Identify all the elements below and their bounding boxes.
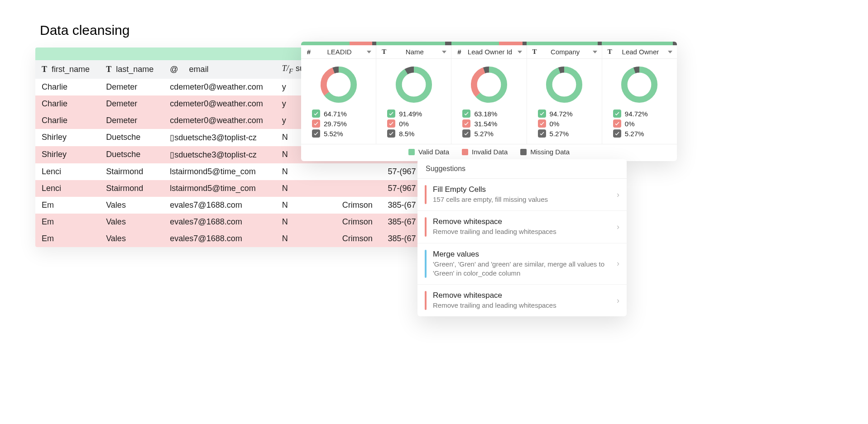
table-cell: N [276,180,336,197]
table-cell: Charlie [35,95,100,112]
table-cell: Em [35,230,100,247]
table-cell: Shirley [35,146,100,163]
table-row[interactable]: EmValesevales7@1688.comNCrimson385-(67 [35,197,425,214]
quality-donut-icon [394,65,433,104]
column-dropdown-icon[interactable] [442,51,446,53]
missing-percent: 5.27% [474,130,494,138]
table-cell: N [276,197,336,214]
valid-chip-icon [613,110,621,118]
quality-donut-icon [319,65,358,104]
table-cell: Stairmond [100,163,163,180]
stats-column-name: LEADID [317,48,362,56]
chevron-right-icon: › [617,222,619,232]
table-cell: evales7@1688.com [163,197,276,214]
column-header[interactable]: @email [163,60,276,79]
svg-point-17 [624,70,654,100]
suggestion-item[interactable]: Merge values'Green', 'Gren' and 'green' … [417,243,627,285]
suggestion-title: Merge values [433,250,610,259]
quality-donut-icon [545,65,584,104]
valid-chip-icon [462,110,470,118]
valid-percent: 94.72% [550,110,573,118]
invalid-chip-icon [387,119,395,128]
number-type-icon: # [306,48,312,56]
suggestion-desc: Remove trailing and leading whitespaces [433,227,610,236]
quality-strip [301,42,677,45]
table-cell: Demeter [100,79,163,95]
column-label: email [189,65,209,74]
invalid-chip-icon [538,119,546,128]
chevron-right-icon: › [617,190,619,200]
number-type-icon: # [456,48,462,56]
svg-point-13 [549,70,579,100]
valid-percent: 94.72% [625,110,648,118]
legend-valid: Valid Data [418,148,449,156]
table-row[interactable]: EmValesevales7@1688.comNCrimson385-(67 [35,230,425,247]
stats-column-header[interactable]: #LEADID [301,45,376,58]
table-row[interactable]: LenciStairmondlstairmond5@time_comN57-(9… [35,163,425,180]
invalid-percent: 31.54% [474,120,497,128]
column-dropdown-icon[interactable] [518,51,522,53]
valid-percent: 91.49% [399,110,422,118]
column-dropdown-icon[interactable] [668,51,672,53]
valid-chip-icon [538,110,546,118]
table-cell: Crimson [336,214,382,230]
stats-column-cell: 64.71%29.75%5.52% [301,59,376,144]
valid-chip-icon [387,110,395,118]
table-cell: lstairmond5@time_com [163,163,276,180]
invalid-chip-icon [613,119,621,128]
table-cell: Crimson [336,230,382,247]
missing-chip-icon [312,129,320,138]
stats-column-cell: 94.72%0%5.27% [602,59,677,144]
column-dropdown-icon[interactable] [593,51,597,53]
suggestions-panel: Suggestions Fill Empty Cells157 cells ar… [417,159,627,316]
column-stats-panel: #LEADIDTName#Lead Owner IdTCompanyTLead … [301,42,677,161]
suggestion-title: Remove whitespace [433,217,610,226]
legend-missing: Missing Data [530,148,570,156]
text-type-icon: T [381,48,387,56]
stats-column-header[interactable]: TName [376,45,451,58]
table-cell: Demeter [100,112,163,129]
missing-percent: 5.27% [625,130,644,138]
stats-column-cell: 63.18%31.54%5.27% [451,59,527,144]
table-cell: Shirley [35,129,100,146]
stats-column-header[interactable]: TLead Owner [602,45,677,58]
column-label: last_name [116,65,153,74]
missing-chip-icon [387,129,395,138]
page-title: Data cleansing [40,23,129,38]
suggestion-desc: 'Green', 'Gren' and 'green' are similar,… [433,260,610,278]
suggestion-title: Fill Empty Cells [433,185,610,194]
severity-bar [425,185,427,204]
suggestion-item[interactable]: Remove whitespaceRemove trailing and lea… [417,285,627,316]
column-label: first_name [52,65,90,74]
invalid-percent: 0% [550,120,560,128]
table-cell: Lenci [35,163,100,180]
stats-column-header[interactable]: #Lead Owner Id [451,45,527,58]
table-cell: evales7@1688.com [163,230,276,247]
table-cell: Demeter [100,95,163,112]
column-header[interactable]: Tfirst_name [35,60,100,79]
stats-column-name: Lead Owner [618,48,663,56]
table-cell: ▯sduetsche3@toplist-cz [163,146,276,163]
valid-percent: 63.18% [474,110,497,118]
boolean-type-icon: T/F [282,64,293,73]
suggestion-item[interactable]: Fill Empty Cells157 cells are empty, fil… [417,179,627,211]
suggestion-desc: 157 cells are empty, fill missing values [433,195,610,204]
column-header[interactable]: Tlast_name [100,60,163,79]
table-cell: N [276,214,336,230]
table-cell [336,180,382,197]
stats-column-header[interactable]: TCompany [527,45,602,58]
stats-column-cell: 91.49%0%8.5% [376,59,451,144]
column-dropdown-icon[interactable] [367,51,371,53]
missing-chip-icon [613,129,621,138]
table-cell: cdemeter0@weather.com [163,79,276,95]
severity-bar [425,217,427,236]
suggestion-item[interactable]: Remove whitespaceRemove trailing and lea… [417,211,627,243]
missing-chip-icon [462,129,470,138]
table-cell: Charlie [35,112,100,129]
svg-point-5 [399,70,429,100]
text-type-icon: T [532,48,538,56]
table-cell: Em [35,197,100,214]
table-row[interactable]: LenciStairmondlstairmond5@time_comN57-(9… [35,180,425,197]
missing-percent: 5.27% [550,130,569,138]
table-row[interactable]: EmValesevales7@1688.comNCrimson385-(67 [35,214,425,230]
